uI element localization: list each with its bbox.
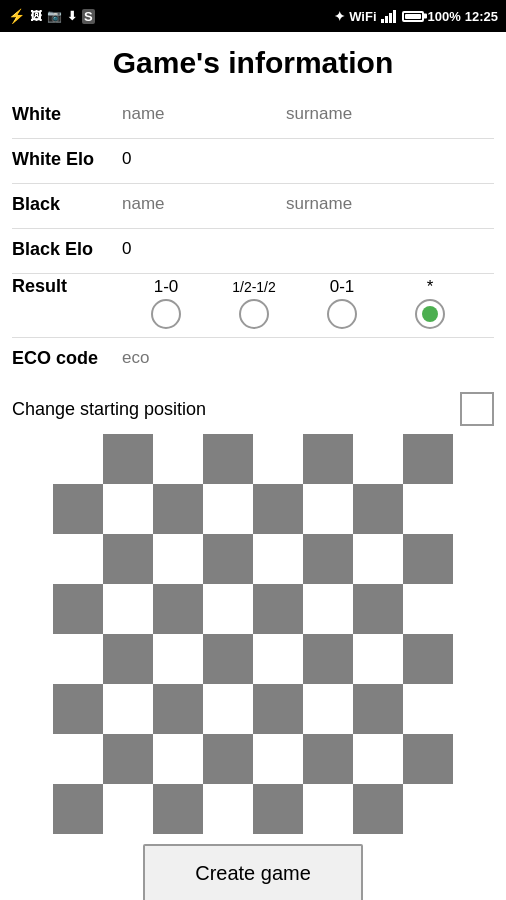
- white-elo-row: White Elo: [12, 141, 494, 177]
- chess-cell: [103, 584, 153, 634]
- chess-cell: [353, 484, 403, 534]
- chess-cell: [403, 784, 453, 834]
- eco-label: ECO code: [12, 348, 122, 369]
- chess-cell: [403, 484, 453, 534]
- black-elo-label: Black Elo: [12, 239, 122, 260]
- chess-cell: [253, 534, 303, 584]
- chess-cell: [203, 634, 253, 684]
- chess-cell: [203, 484, 253, 534]
- result-radio-0-1[interactable]: [298, 299, 386, 329]
- change-pos-label: Change starting position: [12, 399, 206, 420]
- chess-cell: [253, 734, 303, 784]
- chess-cell: [403, 684, 453, 734]
- battery-icon: [402, 11, 424, 22]
- result-radio-half[interactable]: [210, 299, 298, 329]
- chess-cell: [103, 434, 153, 484]
- chess-cell: [403, 434, 453, 484]
- black-label: Black: [12, 194, 122, 215]
- chess-cell: [53, 534, 103, 584]
- bluetooth-icon: ✦: [334, 9, 345, 24]
- chess-cell: [253, 684, 303, 734]
- black-surname-input[interactable]: [286, 194, 426, 214]
- chess-cell: [203, 734, 253, 784]
- black-name-input[interactable]: [122, 194, 282, 214]
- create-btn-container: Create game: [0, 844, 506, 900]
- result-label-0-1: 0-1: [298, 277, 386, 297]
- chess-cell: [403, 634, 453, 684]
- chess-board: [53, 434, 453, 834]
- chess-cell: [353, 534, 403, 584]
- chess-cell: [53, 434, 103, 484]
- form-area: White White Elo Black Black Elo Result 1…: [0, 96, 506, 376]
- create-game-button[interactable]: Create game: [143, 844, 363, 900]
- chess-cell: [353, 634, 403, 684]
- chess-cell: [153, 684, 203, 734]
- eco-input[interactable]: [122, 348, 322, 368]
- result-label-star: *: [386, 277, 474, 297]
- result-label-half: 1/2-1/2: [210, 279, 298, 295]
- result-radio-1-0[interactable]: [122, 299, 210, 329]
- change-starting-position-row: Change starting position: [0, 382, 506, 434]
- black-elo-input[interactable]: [122, 239, 202, 259]
- radio-outer-0-1[interactable]: [327, 299, 357, 329]
- chess-cell: [153, 634, 203, 684]
- chess-cell: [253, 784, 303, 834]
- chess-cell: [53, 584, 103, 634]
- chess-cell: [253, 484, 303, 534]
- chess-cell: [353, 434, 403, 484]
- chess-cell: [403, 734, 453, 784]
- chess-cell: [303, 634, 353, 684]
- white-elo-label: White Elo: [12, 149, 122, 170]
- chess-cell: [403, 534, 453, 584]
- chess-cell: [153, 484, 203, 534]
- page-title: Game's information: [0, 32, 506, 96]
- chess-cell: [203, 534, 253, 584]
- chess-board-container: [0, 434, 506, 844]
- radio-outer-1-0[interactable]: [151, 299, 181, 329]
- chess-cell: [153, 734, 203, 784]
- chess-cell: [303, 534, 353, 584]
- camera-icon: 📷: [47, 9, 62, 23]
- chess-cell: [353, 584, 403, 634]
- usb-icon: ⚡: [8, 8, 25, 24]
- chess-cell: [103, 684, 153, 734]
- chess-cell: [403, 584, 453, 634]
- chess-cell: [203, 684, 253, 734]
- black-elo-row: Black Elo: [12, 231, 494, 267]
- chess-cell: [103, 484, 153, 534]
- chess-cell: [53, 684, 103, 734]
- chess-cell: [303, 484, 353, 534]
- radio-outer-half[interactable]: [239, 299, 269, 329]
- chess-cell: [253, 584, 303, 634]
- chess-cell: [53, 634, 103, 684]
- chess-cell: [53, 734, 103, 784]
- chess-cell: [303, 434, 353, 484]
- result-radio-star[interactable]: [386, 299, 474, 329]
- download-icon: ⬇: [67, 9, 77, 23]
- chess-cell: [303, 784, 353, 834]
- result-label: Result: [12, 276, 67, 296]
- chess-cell: [103, 634, 153, 684]
- white-surname-input[interactable]: [286, 104, 426, 124]
- result-section: Result 1-0 1/2-1/2 0-1 *: [12, 276, 494, 329]
- chess-cell: [203, 584, 253, 634]
- white-name-input[interactable]: [122, 104, 282, 124]
- change-pos-checkbox[interactable]: [460, 392, 494, 426]
- image-icon: 🖼: [30, 9, 42, 23]
- chess-cell: [53, 484, 103, 534]
- radio-inner-star: [422, 306, 438, 322]
- chess-cell: [103, 734, 153, 784]
- chess-cell: [303, 684, 353, 734]
- battery-percent: 100%: [428, 9, 461, 24]
- chess-cell: [153, 434, 203, 484]
- result-labels-row: Result 1-0 1/2-1/2 0-1 *: [12, 276, 494, 297]
- chess-cell: [353, 784, 403, 834]
- clock: 12:25: [465, 9, 498, 24]
- result-radios-row: [12, 299, 494, 329]
- radio-outer-star[interactable]: [415, 299, 445, 329]
- chess-cell: [303, 584, 353, 634]
- chess-cell: [53, 784, 103, 834]
- white-elo-input[interactable]: [122, 149, 202, 169]
- eco-row: ECO code: [12, 340, 494, 376]
- chess-cell: [153, 784, 203, 834]
